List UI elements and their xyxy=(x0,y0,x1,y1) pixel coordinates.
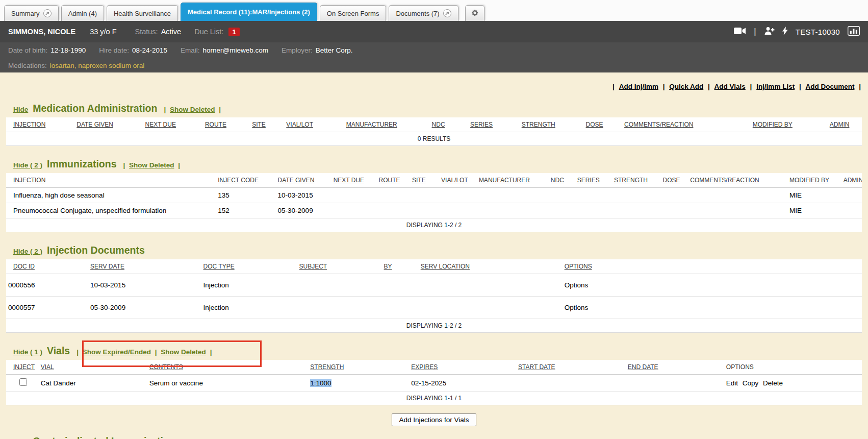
settings-tab[interactable] xyxy=(465,5,484,21)
table-row[interactable]: Cat Dander Serum or vaccine 1:1000 02-15… xyxy=(6,375,862,392)
inj-imm-list-link[interactable]: Inj/Imm List xyxy=(756,83,795,90)
modified-by-cell: MIE xyxy=(787,188,841,203)
column-header[interactable]: INJECTION xyxy=(6,173,216,188)
column-header[interactable]: NDC xyxy=(549,173,575,188)
column-header[interactable]: INJECT xyxy=(6,360,39,375)
column-header[interactable]: BY xyxy=(382,259,419,274)
column-header[interactable]: DOC ID xyxy=(6,259,88,274)
column-header[interactable]: SERIES xyxy=(575,173,612,188)
column-header[interactable]: SERIES xyxy=(468,117,520,132)
column-header[interactable]: MODIFIED BY xyxy=(751,117,828,132)
column-header[interactable]: SERV DATE xyxy=(88,259,201,274)
vial-inject-checkbox[interactable] xyxy=(19,378,27,386)
hide-link[interactable]: Hide ( 1 ) xyxy=(13,348,42,356)
column-header[interactable]: INJECT CODE xyxy=(216,173,275,188)
column-header[interactable]: COMMENTS/REACTION xyxy=(688,173,787,188)
serv-date-cell: 05-30-2009 xyxy=(88,297,201,319)
separator: | xyxy=(210,348,212,356)
vials-table: INJECT VIAL CONTENTS STRENGTH EXPIRES ST… xyxy=(6,360,862,405)
show-expired-ended-link[interactable]: Show Expired/Ended xyxy=(83,348,151,356)
column-header[interactable]: DATE GIVEN xyxy=(276,173,331,188)
separator: | xyxy=(859,83,861,90)
patient-name: SIMMONS, NICOLE xyxy=(8,28,75,36)
tab-label: Health Surveillance xyxy=(114,10,171,17)
divider: | xyxy=(754,27,756,37)
show-deleted-link[interactable]: Show Deleted xyxy=(170,106,215,113)
column-header[interactable]: CONTENTS xyxy=(147,360,308,375)
quick-add-link[interactable]: Quick Add xyxy=(669,83,703,90)
tab-admin[interactable]: Admin (4) xyxy=(61,5,104,21)
add-inj-imm-link[interactable]: Add Inj/Imm xyxy=(619,83,658,90)
column-header[interactable]: VIAL/LOT xyxy=(284,117,344,132)
column-header[interactable]: MANUFACTURER xyxy=(344,117,430,132)
column-header[interactable]: SITE xyxy=(250,117,284,132)
column-header[interactable]: NDC xyxy=(430,117,469,132)
column-header[interactable]: DATE GIVEN xyxy=(74,117,143,132)
table-row[interactable]: Pneumococcal Conjugate, unspecified form… xyxy=(6,203,862,218)
button-row: Add Injections for Vials xyxy=(6,413,862,426)
doc-id-cell[interactable]: 0000556 xyxy=(6,274,88,297)
video-call-icon[interactable] xyxy=(734,27,746,36)
options-menu[interactable]: Options xyxy=(563,297,862,319)
column-header[interactable]: DOSE xyxy=(661,173,688,188)
popout-icon[interactable] xyxy=(43,9,52,17)
column-header[interactable]: NEXT DUE xyxy=(331,173,377,188)
due-list-label: Due List: xyxy=(194,28,223,36)
column-header[interactable]: ROUTE xyxy=(377,173,410,188)
column-header[interactable]: EXPIRES xyxy=(409,360,516,375)
column-header[interactable]: START DATE xyxy=(516,360,626,375)
options-menu[interactable]: Options xyxy=(563,274,862,297)
vial-name-cell: Cat Dander xyxy=(39,375,147,392)
column-header[interactable]: STRENGTH xyxy=(308,360,409,375)
tab-summary[interactable]: Summary xyxy=(4,5,59,21)
column-header[interactable]: NEXT DUE xyxy=(143,117,202,132)
employer-value: Better Corp. xyxy=(316,46,353,54)
column-header[interactable]: SERV LOCATION xyxy=(419,259,563,274)
column-header[interactable]: STRENGTH xyxy=(520,117,584,132)
column-header[interactable]: MANUFACTURER xyxy=(477,173,549,188)
user-add-icon[interactable] xyxy=(764,27,775,37)
add-vials-link[interactable]: Add Vials xyxy=(714,83,746,90)
medications-value[interactable]: losartan, naproxen sodium oral xyxy=(50,62,144,69)
tab-health-surveillance[interactable]: Health Surveillance xyxy=(107,5,178,21)
show-deleted-link[interactable]: Show Deleted xyxy=(129,161,174,169)
column-header[interactable]: DOC TYPE xyxy=(201,259,297,274)
table-row[interactable]: Influenza, high dose seasonal 135 10-03-… xyxy=(6,188,862,203)
column-header[interactable]: ROUTE xyxy=(203,117,250,132)
delete-link[interactable]: Delete xyxy=(763,379,783,387)
tab-documents[interactable]: Documents (7) xyxy=(389,5,458,21)
table-row[interactable]: 0000556 10-03-2015 Injection Options xyxy=(6,274,862,297)
copy-link[interactable]: Copy xyxy=(743,379,759,387)
status-value: Active xyxy=(161,28,182,36)
column-header[interactable]: VIAL xyxy=(39,360,147,375)
doc-type-cell: Injection xyxy=(201,274,297,297)
column-header[interactable]: ADMIN xyxy=(828,117,862,132)
column-header[interactable]: SUBJECT xyxy=(297,259,381,274)
hide-link[interactable]: Hide ( 2 ) xyxy=(13,161,42,169)
column-header[interactable]: SITE xyxy=(410,173,439,188)
column-header[interactable]: END DATE xyxy=(626,360,724,375)
expires-cell: 02-15-2025 xyxy=(409,375,516,392)
edit-link[interactable]: Edit xyxy=(726,379,738,387)
show-deleted-link[interactable]: Show Deleted xyxy=(161,348,206,356)
table-row[interactable]: 0000557 05-30-2009 Injection Options xyxy=(6,297,862,319)
hide-link[interactable]: Hide xyxy=(13,106,28,113)
add-document-link[interactable]: Add Document xyxy=(805,83,854,90)
column-header[interactable]: INJECTION xyxy=(6,117,74,132)
tab-on-screen-forms[interactable]: On Screen Forms xyxy=(320,5,387,21)
column-header[interactable]: DOSE xyxy=(584,117,623,132)
column-header[interactable]: OPTIONS xyxy=(563,259,862,274)
column-header[interactable]: VIAL/LOT xyxy=(439,173,477,188)
column-header[interactable]: MODIFIED BY xyxy=(787,173,841,188)
column-header[interactable]: STRENGTH xyxy=(612,173,661,188)
tab-medical-record[interactable]: Medical Record (11):MAR/Injections (2) xyxy=(181,3,317,21)
column-header[interactable]: ADMIN xyxy=(841,173,862,188)
column-header[interactable]: COMMENTS/REACTION xyxy=(622,117,751,132)
medication-administration-table: INJECTION DATE GIVEN NEXT DUE ROUTE SITE… xyxy=(6,117,862,146)
due-list-badge[interactable]: 1 xyxy=(228,28,239,36)
bar-chart-icon[interactable] xyxy=(848,26,860,37)
popout-icon[interactable] xyxy=(443,9,451,17)
hide-link[interactable]: Hide ( 2 ) xyxy=(13,248,42,255)
doc-id-cell[interactable]: 0000557 xyxy=(6,297,88,319)
add-injections-for-vials-button[interactable]: Add Injections for Vials xyxy=(392,413,476,426)
